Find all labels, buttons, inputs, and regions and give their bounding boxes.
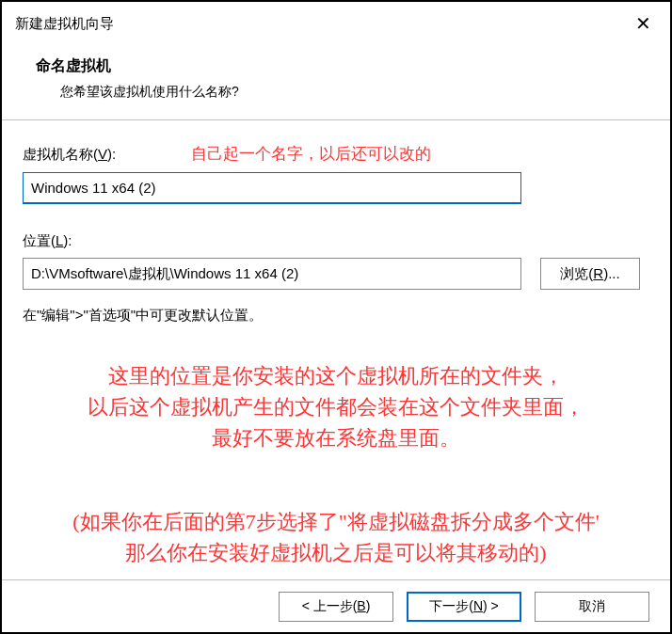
browse-button[interactable]: 浏览(R)...	[540, 258, 640, 290]
title-bar: 新建虚拟机向导 ✕	[2, 2, 670, 40]
page-description: 您希望该虚拟机使用什么名称?	[60, 84, 636, 101]
location-annotation: 这里的位置是你安装的这个虚拟机所在的文件夹， 以后这个虚拟机产生的文件都会装在这…	[23, 360, 649, 453]
vm-name-label: 虚拟机名称(V):	[23, 146, 116, 164]
default-location-note: 在"编辑">"首选项"中可更改默认位置。	[23, 307, 649, 325]
next-button[interactable]: 下一步(N) >	[407, 592, 521, 622]
location-label: 位置(L):	[23, 232, 649, 250]
cancel-button[interactable]: 取消	[535, 592, 649, 622]
content-area: 虚拟机名称(V): 自己起一个名字，以后还可以改的 位置(L): 浏览(R)..…	[2, 120, 670, 568]
button-bar: < 上一步(B) 下一步(N) > 取消	[2, 579, 670, 632]
location-section: 位置(L): 浏览(R)...	[23, 232, 649, 290]
back-button[interactable]: < 上一步(B)	[279, 592, 393, 622]
vm-name-input[interactable]	[23, 172, 521, 204]
name-annotation: 自己起一个名字，以后还可以改的	[191, 143, 431, 165]
page-title: 命名虚拟机	[36, 56, 636, 76]
window-title: 新建虚拟机向导	[15, 15, 114, 33]
location-input[interactable]	[23, 258, 521, 290]
wizard-header: 命名虚拟机 您希望该虚拟机使用什么名称?	[2, 40, 670, 119]
name-label-row: 虚拟机名称(V): 自己起一个名字，以后还可以改的	[23, 143, 649, 165]
step7-annotation: (如果你在后面的第7步选择了"将虚拟磁盘拆分成多个文件' 那么你在安装好虚拟机之…	[23, 506, 649, 568]
close-icon[interactable]: ✕	[626, 10, 661, 37]
